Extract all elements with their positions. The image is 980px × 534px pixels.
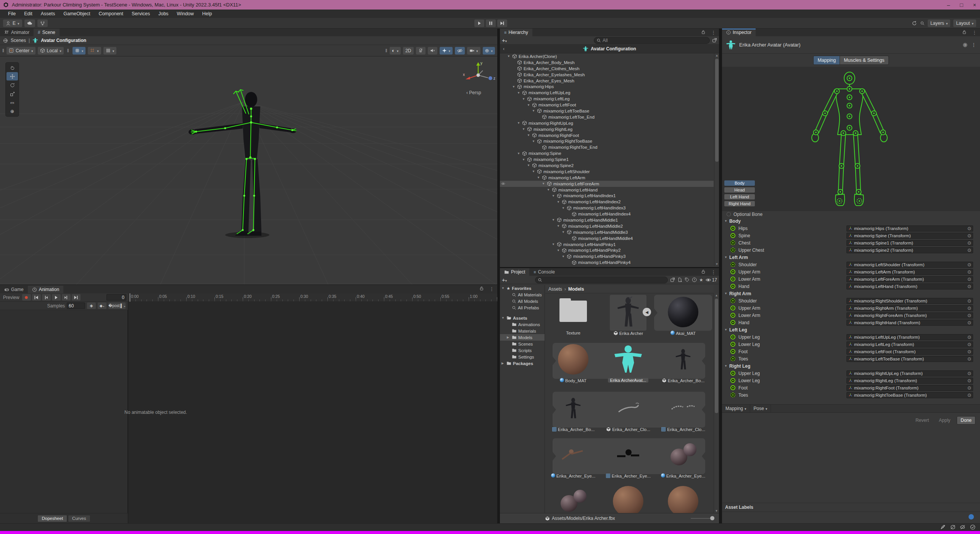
asset-label[interactable]: Erika_Archer_Bo... <box>546 427 601 432</box>
breadcrumb-assets[interactable]: Assets <box>548 286 562 292</box>
bone-object-field[interactable]: mixamorig:RightHand (Transform)⊙ <box>846 320 973 326</box>
object-picker-icon[interactable]: ⊙ <box>967 306 971 311</box>
part-button-right-hand[interactable]: Right Hand <box>724 201 755 206</box>
asset-thumbnail[interactable] <box>557 485 590 513</box>
bone-section-header[interactable]: ▼Left Arm <box>722 254 980 261</box>
statusbar-pen-disabled-icon[interactable] <box>940 524 946 530</box>
project-folder-scenes[interactable]: Scenes <box>500 341 545 347</box>
bone-object-field[interactable]: mixamorig:RightFoot (Transform)⊙ <box>846 385 973 391</box>
asset-label[interactable]: Erika_Archer_Bo... <box>656 378 711 383</box>
lock-icon[interactable] <box>701 30 706 35</box>
hierarchy-item[interactable]: ▼mixamorig:LeftToeBase <box>500 108 714 114</box>
rotate-tool[interactable] <box>6 81 18 89</box>
object-picker-icon[interactable]: ⊙ <box>967 313 971 318</box>
object-picker-icon[interactable]: ⊙ <box>967 269 971 275</box>
create-object-button[interactable]: + <box>502 37 507 43</box>
expand-arrow-icon[interactable]: ▼ <box>532 140 535 143</box>
object-picker-icon[interactable]: ⊙ <box>967 378 971 383</box>
asset-label[interactable]: Erika ArcherAvat... <box>601 378 656 383</box>
hierarchy-item[interactable]: ▼mixamorig:LeftForeArm <box>500 181 714 187</box>
expand-arrow-icon[interactable]: ▼ <box>527 134 530 137</box>
bone-object-field[interactable]: mixamorig:LeftArm (Transform)⊙ <box>846 269 973 275</box>
expand-arrow-icon[interactable]: ▼ <box>561 206 565 210</box>
asset-thumbnail[interactable] <box>667 296 700 328</box>
label-filter-icon[interactable] <box>685 277 690 282</box>
asset-thumbnail[interactable] <box>557 438 590 471</box>
menu-gameobject[interactable]: GameObject <box>59 10 94 18</box>
breadcrumb-models[interactable]: Models <box>568 286 584 292</box>
hierarchy-scrollbar[interactable]: ▲▼ <box>714 53 719 266</box>
bone-object-field[interactable]: mixamorig:RightForeArm (Transform)⊙ <box>846 312 973 318</box>
expand-arrow-icon[interactable]: ▼ <box>507 55 511 58</box>
hidden-count-icon[interactable] <box>706 277 711 283</box>
bone-object-field[interactable]: mixamorig:RightUpLeg (Transform)⊙ <box>846 370 973 376</box>
camera-settings-dropdown[interactable] <box>467 47 480 55</box>
pose-menu-button[interactable]: Pose <box>750 405 771 412</box>
hierarchy-item[interactable]: ▼mixamorig:RightUpLeg <box>500 120 714 126</box>
rect-tool[interactable]: ▭ <box>6 98 18 107</box>
bone-section-header[interactable]: ▼Left Leg <box>722 326 980 333</box>
orientation-gizmo[interactable]: x y z <box>460 59 496 93</box>
project-folder-all-prefabs[interactable]: All Prefabs <box>500 304 545 311</box>
layers-dropdown[interactable]: Layers <box>928 19 951 27</box>
tab-animation[interactable]: Animation <box>28 286 63 293</box>
bone-object-field[interactable]: mixamorig:LeftForeArm (Transform)⊙ <box>846 276 973 282</box>
object-picker-icon[interactable]: ⊙ <box>967 277 971 282</box>
hierarchy-item[interactable]: ▼mixamorig:LeftArm <box>500 175 714 181</box>
expand-arrow-icon[interactable]: ▼ <box>517 121 521 125</box>
asset-thumbnail[interactable] <box>557 392 590 425</box>
object-picker-icon[interactable]: ⊙ <box>967 371 971 376</box>
record-button[interactable] <box>22 294 31 301</box>
expand-arrow-icon[interactable]: ▼ <box>517 152 521 155</box>
step-button[interactable] <box>497 19 507 27</box>
bone-object-field[interactable]: mixamorig:RightArm (Transform)⊙ <box>846 305 973 311</box>
statusbar-build-disabled-icon[interactable] <box>950 524 956 530</box>
object-picker-icon[interactable]: ⊙ <box>967 240 971 246</box>
play-button[interactable] <box>474 19 484 27</box>
preview-toggle[interactable]: Preview <box>2 295 21 300</box>
project-folder-favorites[interactable]: ▼★Favorites <box>500 285 545 291</box>
curves-button[interactable]: Curves <box>68 515 90 522</box>
bone-section-header[interactable]: ▼Right Arm <box>722 290 980 297</box>
scene-lighting-toggle[interactable] <box>416 47 426 55</box>
tab-console[interactable]: ≡Console <box>529 268 559 276</box>
hierarchy-item[interactable]: Erika_Archer_Body_Mesh <box>500 60 714 66</box>
hierarchy-item[interactable]: ▼mixamorig:RightToeBase <box>500 138 714 144</box>
revert-button[interactable]: Revert <box>912 417 932 424</box>
expand-arrow-icon[interactable]: ▼ <box>532 109 535 113</box>
project-folder-animations[interactable]: Animations <box>500 321 545 328</box>
add-keyframe-button[interactable]: ◈ <box>87 302 96 309</box>
hierarchy-item[interactable]: mixamorig:LeftToe_End <box>500 114 714 120</box>
panel-menu-icon[interactable] <box>711 30 716 35</box>
hierarchy-item[interactable]: ▼mixamorig:LeftHandPinky2 <box>500 248 714 254</box>
hierarchy-item[interactable]: ▼mixamorig:LeftHandIndex3 <box>500 205 714 211</box>
project-scrollbar[interactable]: ▲▼ <box>714 293 719 513</box>
hierarchy-item[interactable]: ▼mixamorig:LeftUpLeg <box>500 90 714 96</box>
hierarchy-item[interactable]: ▼mixamorig:Spine <box>500 150 714 156</box>
statusbar-ok-icon[interactable] <box>970 524 975 530</box>
event-marker-button[interactable]: �post;▍₊ <box>108 302 126 309</box>
maximize-button[interactable]: □ <box>960 2 963 8</box>
expand-arrow-icon[interactable]: ▼ <box>532 170 535 173</box>
bone-object-field[interactable]: mixamorig:Hips (Transform)⊙ <box>846 225 973 232</box>
bone-object-field[interactable]: mixamorig:LeftFoot (Transform)⊙ <box>846 349 973 355</box>
expand-arrow-icon[interactable]: ▼ <box>522 158 525 161</box>
part-button-body[interactable]: Body <box>724 180 755 186</box>
object-picker-icon[interactable]: ⊙ <box>967 262 971 267</box>
scene-viewport[interactable]: x y z <box>0 56 497 285</box>
hierarchy-item[interactable]: mixamorig:LeftHandMiddle4 <box>500 235 714 241</box>
bone-object-field[interactable]: mixamorig:RightShoulder (Transform)⊙ <box>846 298 973 304</box>
menu-component[interactable]: Component <box>94 10 127 18</box>
bone-object-field[interactable]: mixamorig:LeftHand (Transform)⊙ <box>846 283 973 290</box>
snap-increment-button[interactable] <box>88 47 101 55</box>
object-picker-icon[interactable]: ⊙ <box>967 233 971 238</box>
hierarchy-item[interactable]: ▼mixamorig:LeftHandIndex1 <box>500 193 714 199</box>
menu-jobs[interactable]: Jobs <box>154 10 172 18</box>
expand-arrow-icon[interactable]: ▼ <box>551 194 555 198</box>
projection-label[interactable]: ‹ Persp <box>466 90 481 95</box>
hierarchy-item[interactable]: Erika_Archer_Eyelashes_Mesh <box>500 72 714 78</box>
object-picker-icon[interactable]: ⊙ <box>967 320 971 325</box>
expand-arrow-icon[interactable]: ▼ <box>561 255 565 258</box>
scene-visibility-toggle[interactable] <box>455 47 465 55</box>
view-hand-tool[interactable] <box>6 63 18 72</box>
